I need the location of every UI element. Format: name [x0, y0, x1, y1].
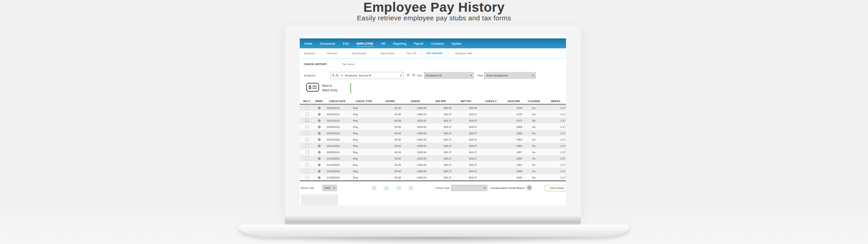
cell-weeks: 2.17 — [544, 170, 566, 173]
cell-hours: 40.00 — [377, 170, 403, 173]
nav-item-company[interactable]: Company — [431, 42, 444, 45]
printer-icon[interactable] — [317, 138, 321, 141]
column-header-net-pay: NET PAY — [453, 100, 479, 103]
nav-item-reporting[interactable]: Reporting — [393, 42, 406, 45]
cell-dir-dep: 626.27 — [428, 151, 453, 154]
batch-entry-label: Back toBatch Entry — [322, 84, 338, 93]
tab-time-off[interactable]: Time Off — [401, 52, 421, 55]
check-type-dropdown[interactable] — [451, 185, 487, 191]
printer-icon[interactable] — [317, 176, 321, 179]
cell-voucher: 1075 — [503, 113, 524, 116]
svg-text:$: $ — [309, 84, 311, 90]
quarter-link-q3[interactable]: Q3 — [396, 186, 401, 190]
fast-forward-icon[interactable] — [406, 73, 410, 77]
include-checkbox[interactable]: ✓ — [306, 119, 309, 122]
include-checkbox[interactable] — [306, 150, 309, 154]
cell-cleared: No — [524, 119, 544, 122]
nav-item-home[interactable]: Home — [304, 42, 312, 45]
include-checkbox[interactable] — [306, 106, 309, 109]
nav-item-employee[interactable]: EMPLOYEE — [357, 42, 373, 45]
printer-circle-icon[interactable] — [527, 185, 532, 192]
cell-weeks: 2.17 — [544, 176, 566, 179]
table-row: 01/08/2021Reg40.001000.00626.27626.27104… — [300, 174, 566, 181]
include-checkbox[interactable] — [306, 157, 309, 160]
printer-icon[interactable] — [317, 113, 321, 116]
include-checkbox[interactable] — [306, 125, 309, 128]
laptop-hinge — [285, 216, 581, 225]
page-subtitle: Easily retrieve employee pay stubs and t… — [0, 14, 868, 22]
cell-net-pay: 626.27 — [453, 157, 479, 160]
cell-check-date: 03/12/2021 — [324, 119, 350, 122]
cell-gross: 1050.00 — [403, 107, 428, 109]
tab-personal[interactable]: Personal — [320, 52, 344, 55]
cell-hours: 40.00 — [377, 145, 403, 147]
select-year-label: Select Year — [301, 186, 314, 189]
subtab-tax-forms[interactable]: Tax Forms — [342, 63, 354, 66]
printer-icon[interactable] — [317, 119, 321, 122]
tab-employee-task[interactable]: Employee Task — [448, 52, 480, 55]
employer-input[interactable]: 2 - Employee, Second M — [330, 72, 404, 79]
tab-dept-position[interactable]: Dept/Position — [344, 52, 374, 55]
nav-item-payroll[interactable]: Payroll — [414, 42, 423, 45]
include-checkbox[interactable] — [306, 113, 309, 116]
employer-value: 2 - Employee, Second M — [341, 74, 400, 77]
table-bottom-rule — [300, 181, 566, 182]
quarter-link-q2[interactable]: Q2 — [384, 186, 389, 190]
printer-icon[interactable] — [317, 169, 321, 173]
table-row: 03/19/2021Reg40.001000.00626.27626.27107… — [300, 111, 566, 117]
printer-icon[interactable] — [317, 150, 321, 154]
cell-cleared: No — [524, 145, 544, 147]
printer-icon[interactable] — [317, 157, 321, 160]
table-row: 02/12/2021Reg40.001000.00626.27626.27106… — [300, 143, 566, 149]
cell-gross: 1000.00 — [403, 126, 428, 128]
include-checkbox[interactable] — [306, 176, 309, 179]
year-dropdown[interactable]: 2021 — [322, 185, 337, 191]
filter-dropdown[interactable]: Active Employees — [484, 72, 536, 79]
nav-bar: HomeDocumentsESSEMPLOYEEHRReportingPayro… — [300, 38, 566, 48]
cell-dir-dep: 626.27 — [428, 145, 453, 147]
printer-icon[interactable] — [317, 106, 321, 110]
printer-icon[interactable] — [317, 125, 321, 129]
compensation-detail-report-link[interactable]: Compensation Detail Report — [491, 186, 524, 189]
sort-dropdown[interactable]: Employee ID — [424, 72, 474, 79]
include-checkbox[interactable] — [306, 144, 309, 147]
cell-hours: 40.00 — [377, 151, 403, 154]
subtab-check-history[interactable]: CHECK HISTORY — [304, 63, 327, 66]
include-checkbox[interactable] — [306, 163, 309, 166]
include-checkbox[interactable] — [306, 131, 309, 135]
tab-payroll-data[interactable]: Payroll Data — [374, 52, 401, 55]
cell-voucher: 1054 — [503, 157, 524, 160]
column-header-cleared: CLEARED — [524, 100, 544, 103]
back-to-batch-entry-button[interactable]: $ Back toBatch Entry — [306, 82, 338, 94]
printer-icon[interactable] — [317, 144, 321, 148]
tab-employee[interactable]: Employee — [300, 52, 320, 55]
include-checkbox[interactable] — [306, 138, 309, 141]
subtab-bar: CHECK HISTORY Tax Forms — [304, 61, 354, 67]
cell-weeks: 2.17 — [544, 126, 566, 128]
last-record-icon[interactable] — [412, 73, 416, 77]
quarter-link-q4[interactable]: Q4 — [408, 186, 414, 190]
app-window: HomeDocumentsESSEMPLOYEEHRReportingPayro… — [300, 35, 566, 206]
cell-weeks: 2.17 — [544, 107, 566, 109]
cell-gross: 1000.00 — [403, 170, 428, 173]
printer-icon[interactable] — [317, 163, 321, 167]
cell-cleared: No — [524, 157, 544, 160]
tab-pay-history[interactable]: PAY HISTORY — [421, 50, 448, 57]
nav-item-ess[interactable]: ESS — [343, 42, 349, 45]
include-checkbox[interactable] — [306, 169, 309, 173]
cell-check-date: 01/29/2021 — [324, 157, 350, 160]
double-chevron-icon[interactable] — [400, 74, 402, 77]
cell-check-type: Reg — [350, 157, 377, 160]
void-check-button[interactable]: Void Check — [544, 185, 566, 192]
table-row: 02/19/2021Reg40.001000.00626.27626.27106… — [300, 136, 566, 143]
person-icon[interactable] — [335, 74, 339, 77]
printer-icon[interactable] — [317, 131, 321, 135]
nav-item-documents[interactable]: Documents — [320, 42, 335, 45]
cell-net-pay: 626.27 — [453, 132, 479, 135]
search-icon[interactable] — [332, 74, 335, 77]
nav-item-hr[interactable]: HR — [381, 42, 386, 45]
page: Employee Pay History Easily retrieve emp… — [0, 0, 868, 244]
table-row: ✓ 03/12/2021Reg40.001000.00626.27626.271… — [300, 117, 566, 124]
quarter-link-q1[interactable]: Q1 — [372, 186, 377, 190]
nav-item-system[interactable]: System — [452, 42, 462, 45]
